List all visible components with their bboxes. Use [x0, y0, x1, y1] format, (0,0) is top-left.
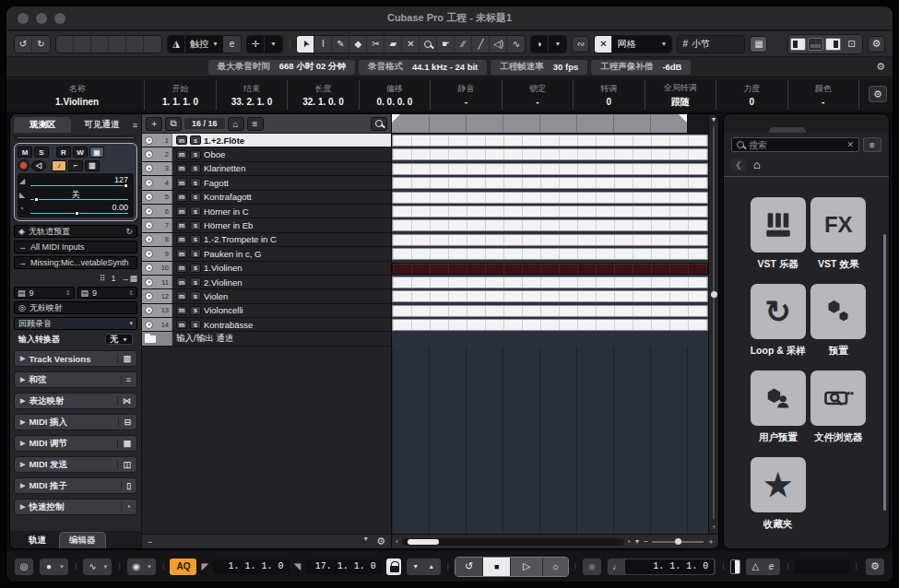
timebase-icon[interactable]: ♪ — [52, 160, 66, 171]
track-mute-button[interactable]: m — [176, 150, 187, 159]
vertical-zoom-slider[interactable] — [713, 126, 715, 519]
left-locator-display[interactable]: 1. 1. 1. 0 — [213, 559, 289, 574]
stop-button[interactable]: ■ — [483, 558, 511, 576]
redo-button[interactable]: ↻ — [32, 36, 50, 53]
scroll-left-arrow[interactable]: ‹ — [396, 537, 398, 546]
onscreen-keyboard-button[interactable]: ▦ — [750, 36, 767, 53]
event-row[interactable] — [392, 191, 708, 205]
track-body[interactable]: m s Kontrabässe — [172, 318, 391, 331]
track-state-button[interactable] — [74, 36, 91, 53]
track-row[interactable]: 11 m s 2.Violinen — [142, 276, 391, 289]
channel-row[interactable]: ⠿ 1 →▦ — [14, 272, 137, 284]
midi-part[interactable] — [392, 234, 708, 246]
search-box[interactable]: ✕ — [731, 137, 859, 152]
track-body[interactable]: m s 2.Violinen — [172, 276, 391, 288]
inspector-section[interactable]: ▶ MIDI 插入 ⊟ — [14, 414, 137, 430]
midi-part[interactable] — [392, 163, 708, 175]
monitor-button[interactable]: ◁ — [31, 160, 46, 171]
common-record-mode-icon[interactable]: ● — [41, 559, 56, 574]
track-solo-button[interactable]: s — [190, 164, 201, 173]
midi-part[interactable] — [392, 248, 708, 260]
tool-button[interactable]: ✎ — [332, 36, 349, 53]
track-list-empty-area[interactable] — [142, 347, 391, 534]
event-row[interactable] — [392, 176, 708, 190]
track-mute-button[interactable]: m — [176, 235, 187, 244]
channel-edit-icon[interactable]: ▣ — [89, 147, 104, 158]
track-body[interactable]: m s Pauken in c, G — [172, 247, 391, 260]
add-track-button[interactable]: ＋ — [146, 117, 162, 131]
inspector-section[interactable]: ▶ MIDI 推子 ▯ — [14, 477, 137, 494]
event-row[interactable] — [392, 162, 708, 176]
track-row[interactable]: 10 m s 1.Violinen — [142, 262, 391, 276]
audio-record-mode-icon[interactable]: ∿ — [85, 559, 100, 574]
midi-part[interactable] — [392, 219, 708, 231]
audio-quantize-button[interactable]: AQ — [170, 559, 196, 575]
track-solo-button[interactable]: s — [190, 264, 201, 273]
cycle-button[interactable]: ↺ — [455, 558, 483, 576]
tool-button[interactable]: ∿ — [507, 36, 525, 53]
inspector-section[interactable]: ▶ MIDI 调节 ▦ — [14, 435, 137, 452]
track-body[interactable]: m s 1.-2.Trompete in C — [172, 233, 391, 246]
punch-out-icon[interactable]: ▲ — [424, 559, 439, 574]
info-field[interactable]: 结束 33. 2. 1. 0 — [217, 80, 288, 110]
use-track-preset-button[interactable]: ⧉ — [165, 117, 182, 131]
lane-display-icon[interactable]: ▥ — [85, 160, 100, 171]
midi-part[interactable] — [392, 135, 708, 147]
midi-part[interactable] — [392, 206, 708, 218]
midi-part[interactable] — [392, 192, 708, 204]
primary-time-display[interactable]: 1. 1. 1. 0 — [625, 559, 714, 574]
track-solo-button[interactable]: s — [190, 178, 201, 187]
info-field[interactable]: 锁定 - — [503, 80, 574, 110]
track-mute-button[interactable]: m — [176, 164, 187, 173]
event-row[interactable] — [392, 247, 708, 261]
inspector-section[interactable]: ▶ Track Versions ▥ — [14, 350, 137, 367]
track-row[interactable]: 1 m s 1.+2.Flöte — [142, 134, 391, 147]
tile-vst-effects[interactable]: FX VST 效果 — [809, 197, 869, 271]
track-solo-button[interactable]: s — [190, 221, 201, 230]
event-row[interactable] — [392, 233, 708, 247]
bank-selector[interactable]: ▤ 9⇕ — [14, 287, 75, 299]
track-mute-button[interactable]: m — [176, 221, 187, 230]
track-body[interactable]: m s 1.+2.Flöte — [172, 134, 391, 147]
track-row[interactable]: 6 m s Hörner in C — [142, 205, 391, 218]
track-mute-button[interactable]: m — [176, 291, 187, 300]
track-mute-button[interactable]: m — [176, 306, 187, 315]
tool-button[interactable]: ∕∕ — [455, 36, 472, 53]
automation-edit-button[interactable]: e — [223, 36, 241, 53]
record-enable-button[interactable] — [18, 159, 30, 171]
right-locator-flag[interactable] — [679, 114, 687, 123]
midi-part[interactable] — [392, 319, 708, 331]
right-zone-tab[interactable] — [769, 127, 805, 133]
track-mute-button[interactable]: m — [176, 206, 187, 216]
info-field[interactable]: 静音 - — [431, 80, 502, 110]
midi-part[interactable] — [392, 263, 708, 275]
crossfade-button[interactable]: ∾ — [572, 36, 589, 53]
tile-file-browser[interactable]: 文件浏览器 — [809, 370, 869, 444]
tile-presets[interactable]: 预置 — [809, 284, 869, 358]
tab-visibility[interactable]: 可见通道 — [73, 117, 130, 133]
track-body[interactable]: m s Violoncelli — [172, 304, 391, 317]
inspector-section[interactable]: ▶ MIDI 发送 ◫ — [14, 456, 137, 473]
tab-editor[interactable]: 编辑器 — [59, 532, 106, 548]
midi-part[interactable] — [392, 290, 708, 302]
folder-event-row[interactable] — [392, 332, 718, 346]
track-solo-button[interactable]: s — [190, 249, 201, 258]
right-zone-tab[interactable] — [846, 127, 881, 133]
clear-search-icon[interactable]: ✕ — [846, 140, 854, 149]
track-state-button[interactable] — [126, 36, 144, 53]
event-row[interactable] — [392, 262, 708, 276]
inspector-section[interactable]: ▶ 表达映射 ⋈ — [14, 393, 137, 409]
tool-button[interactable]: ☛ — [437, 36, 455, 53]
horizontal-scrollbar[interactable] — [402, 538, 624, 546]
metronome-setup-icon[interactable]: e — [763, 559, 778, 574]
find-track-button[interactable] — [371, 117, 387, 131]
midi-part[interactable] — [392, 276, 708, 288]
autoscroll-caret[interactable]: ▼ — [265, 36, 282, 53]
collapse-button[interactable]: − — [148, 537, 152, 547]
track-solo-button[interactable]: s — [190, 150, 201, 159]
track-state-button[interactable] — [144, 36, 161, 53]
color-tool-icon[interactable]: ◗ — [531, 36, 549, 53]
track-row[interactable]: 4 m s Fagott — [142, 176, 391, 190]
media-scrollbar[interactable] — [883, 234, 886, 511]
home-icon[interactable]: ⌂ — [753, 158, 761, 171]
